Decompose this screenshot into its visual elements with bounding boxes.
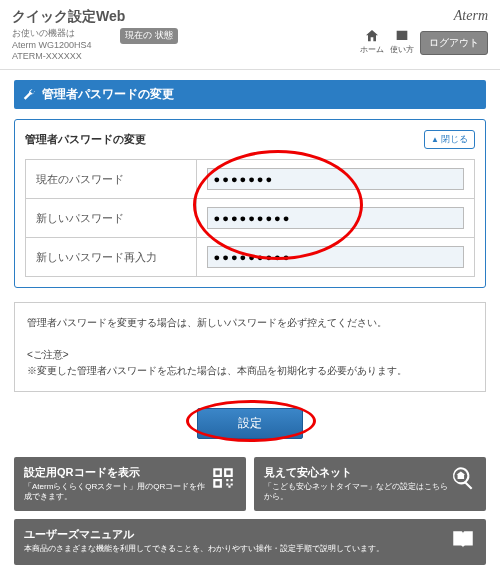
panel-title: 管理者パスワードの変更 xyxy=(25,132,146,147)
header-right: Aterm ホーム 使い方 ログアウト xyxy=(360,8,488,55)
submit-row: 設定 xyxy=(14,408,486,439)
cards: 設定用QRコードを表示 「AtermらくらくQRスタート」用のQRコードを作成で… xyxy=(14,457,486,565)
confirm-password-label: 新しいパスワード再入力 xyxy=(26,238,197,277)
card-title: 見えて安心ネット xyxy=(264,465,450,480)
app-title: クイック設定Web xyxy=(12,8,125,26)
set-button[interactable]: 設定 xyxy=(197,408,303,439)
card-manual[interactable]: ユーザーズマニュアル 本商品のさまざまな機能を利用してできることを、わかりやすい… xyxy=(14,519,486,565)
new-password-input[interactable] xyxy=(207,207,464,229)
header-left: クイック設定Web お使いの機器は Aterm WG1200HS4 ATERM-… xyxy=(12,8,125,63)
card-desc: 「AtermらくらくQRスタート」用のQRコードを作成できます。 xyxy=(24,482,210,503)
header: クイック設定Web お使いの機器は Aterm WG1200HS4 ATERM-… xyxy=(0,0,500,70)
book-open-icon xyxy=(450,527,476,553)
note-line: 管理者パスワードを変更する場合は、新しいパスワードを必ず控えてください。 xyxy=(27,315,473,331)
new-password-label: 新しいパスワード xyxy=(26,199,197,238)
current-password-label: 現在のパスワード xyxy=(26,160,197,199)
table-row: 新しいパスワード xyxy=(26,199,475,238)
card-title: 設定用QRコードを表示 xyxy=(24,465,210,480)
table-row: 現在のパスワード xyxy=(26,160,475,199)
note-line: ※変更した管理者パスワードを忘れた場合は、本商品を初期化する必要があります。 xyxy=(27,363,473,379)
device-info: お使いの機器は Aterm WG1200HS4 ATERM-XXXXXX xyxy=(12,28,125,63)
note-box: 管理者パスワードを変更する場合は、新しいパスワードを必ず控えてください。 <ご注… xyxy=(14,302,486,392)
status-badge[interactable]: 現在の 状態 xyxy=(120,28,178,44)
chevron-up-icon: ▲ xyxy=(431,135,439,144)
password-form: 現在のパスワード 新しいパスワード 新しいパスワード再入力 xyxy=(25,159,475,277)
wrench-icon xyxy=(22,88,36,102)
book-icon xyxy=(394,28,410,44)
card-desc: 本商品のさまざまな機能を利用してできることを、わかりやすい操作・設定手順で説明し… xyxy=(24,544,384,554)
password-panel: 管理者パスワードの変更 ▲ 閉じる 現在のパスワード 新しいパスワード 新しいパ… xyxy=(14,119,486,288)
magnifier-house-icon xyxy=(450,465,476,491)
home-link[interactable]: ホーム xyxy=(360,28,384,55)
content: 管理者パスワードの変更 管理者パスワードの変更 ▲ 閉じる 現在のパスワード 新… xyxy=(0,70,500,574)
qr-icon xyxy=(210,465,236,491)
section-title: 管理者パスワードの変更 xyxy=(42,86,174,103)
usage-link[interactable]: 使い方 xyxy=(390,28,414,55)
current-password-input[interactable] xyxy=(207,168,464,190)
table-row: 新しいパスワード再入力 xyxy=(26,238,475,277)
home-icon xyxy=(364,28,380,44)
card-title: ユーザーズマニュアル xyxy=(24,527,384,542)
close-button[interactable]: ▲ 閉じる xyxy=(424,130,475,149)
card-desc: 「こども安心ネットタイマー」などの設定はこちらから。 xyxy=(264,482,450,503)
logout-button[interactable]: ログアウト xyxy=(420,31,488,55)
brand-logo: Aterm xyxy=(360,8,488,24)
section-title-bar: 管理者パスワードの変更 xyxy=(14,80,486,109)
confirm-password-input[interactable] xyxy=(207,246,464,268)
card-anshin[interactable]: 見えて安心ネット 「こども安心ネットタイマー」などの設定はこちらから。 xyxy=(254,457,486,511)
note-heading: <ご注意> xyxy=(27,347,473,363)
card-qr[interactable]: 設定用QRコードを表示 「AtermらくらくQRスタート」用のQRコードを作成で… xyxy=(14,457,246,511)
